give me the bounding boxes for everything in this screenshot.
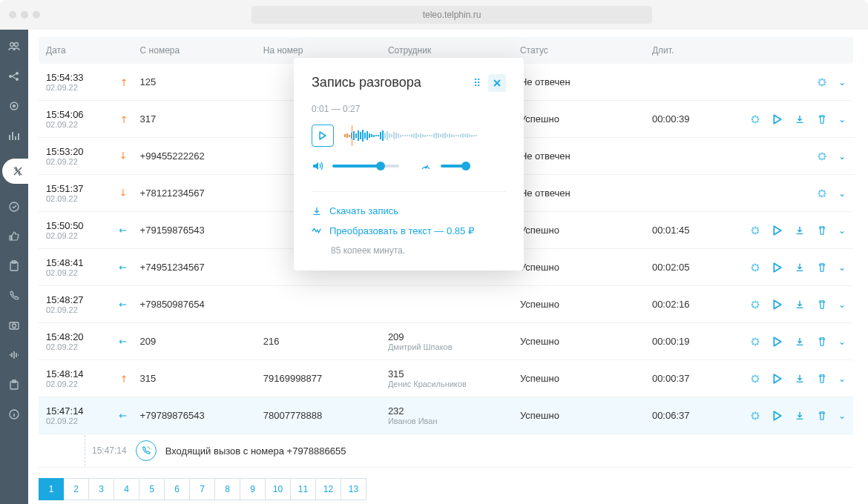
outgoing-icon: ↗ — [116, 371, 130, 385]
close-button[interactable] — [488, 74, 506, 92]
play-icon[interactable] — [772, 336, 783, 348]
svg-point-48 — [752, 230, 753, 231]
chevron-down-icon[interactable]: ⌄ — [838, 299, 846, 310]
main-content: Дата С номера На номер Сотрудник Статус … — [28, 30, 868, 504]
more-icon[interactable] — [816, 76, 828, 88]
download-icon[interactable] — [794, 410, 806, 422]
table-row[interactable]: 15:48:1402.09.22 ↗ 315 79169998877 315Де… — [39, 360, 853, 397]
play-icon[interactable] — [772, 113, 783, 125]
drag-handle-icon[interactable]: ⠿ — [473, 77, 481, 89]
svg-point-66 — [752, 302, 754, 303]
delete-icon[interactable] — [816, 299, 828, 311]
table-row[interactable]: 15:48:2002.09.22 ↙ 209 216 209Дмитрий Шп… — [39, 323, 853, 360]
popup-title: Запись разговора — [312, 74, 421, 91]
more-icon[interactable] — [749, 299, 761, 311]
sidebar-item-info[interactable] — [7, 408, 21, 421]
window-dot — [33, 11, 40, 19]
page-4[interactable]: 4 — [114, 478, 139, 500]
svg-point-47 — [754, 233, 756, 234]
svg-point-3 — [16, 72, 19, 75]
sidebar-item-calls[interactable] — [2, 159, 30, 184]
chevron-down-icon[interactable]: ⌄ — [838, 336, 846, 347]
sidebar-item-camera[interactable] — [7, 319, 21, 332]
play-icon[interactable] — [772, 299, 783, 311]
page-7[interactable]: 7 — [190, 478, 215, 500]
page-11[interactable]: 11 — [291, 478, 316, 500]
more-icon[interactable] — [749, 225, 761, 236]
download-icon[interactable] — [794, 299, 806, 311]
chevron-down-icon[interactable]: ⌄ — [838, 374, 846, 384]
play-icon[interactable] — [772, 262, 783, 273]
sidebar-item-network[interactable] — [7, 70, 21, 83]
more-icon[interactable] — [749, 410, 761, 422]
sidebar-item-settings[interactable] — [7, 99, 21, 113]
download-recording-link[interactable]: Скачать запись — [312, 205, 506, 216]
page-10[interactable]: 10 — [266, 478, 291, 500]
svg-point-62 — [754, 301, 756, 302]
transcribe-link[interactable]: Преобразовать в текст — 0.85 ₽ — [312, 225, 506, 236]
chevron-down-icon[interactable]: ⌄ — [838, 225, 846, 236]
speed-icon[interactable] — [420, 160, 432, 172]
play-button[interactable] — [312, 125, 334, 147]
svg-point-89 — [757, 415, 759, 417]
page-2[interactable]: 2 — [64, 478, 89, 500]
volume-slider[interactable] — [332, 165, 399, 168]
play-icon[interactable] — [772, 225, 783, 236]
sidebar-item-archive[interactable] — [7, 378, 21, 391]
sidebar-item-missed[interactable] — [7, 289, 21, 302]
page-1[interactable]: 1 — [39, 478, 64, 500]
sidebar-item-clipboard[interactable] — [7, 259, 21, 273]
svg-point-40 — [818, 193, 820, 194]
more-icon[interactable] — [749, 113, 761, 125]
chevron-down-icon[interactable]: ⌄ — [838, 188, 846, 199]
sidebar-item-audio[interactable] — [7, 348, 21, 362]
waveform[interactable] — [344, 125, 506, 146]
volume-icon[interactable] — [312, 160, 323, 172]
delete-icon[interactable] — [816, 410, 828, 422]
play-icon[interactable] — [772, 373, 783, 385]
svg-point-88 — [752, 415, 753, 417]
page-6[interactable]: 6 — [165, 478, 190, 500]
delete-icon[interactable] — [816, 262, 828, 273]
svg-point-29 — [757, 121, 758, 122]
more-icon[interactable] — [816, 188, 828, 199]
table-row[interactable]: 15:48:2702.09.22 ↙ +79850987654 Успешно … — [39, 286, 853, 323]
page-3[interactable]: 3 — [89, 478, 114, 500]
play-icon[interactable] — [772, 410, 783, 422]
chevron-down-icon[interactable]: ⌄ — [838, 77, 846, 87]
page-9[interactable]: 9 — [240, 478, 266, 500]
svg-point-26 — [752, 116, 754, 118]
page-8[interactable]: 8 — [215, 478, 240, 500]
speed-slider[interactable] — [441, 165, 470, 168]
playhead[interactable] — [352, 125, 352, 146]
svg-point-0 — [10, 43, 14, 47]
more-icon[interactable] — [816, 150, 828, 162]
chevron-down-icon[interactable]: ⌄ — [838, 151, 846, 162]
detail-time: 15:47:14 — [92, 445, 127, 456]
sidebar-item-like[interactable] — [7, 230, 21, 243]
delete-icon[interactable] — [816, 373, 828, 385]
svg-point-78 — [754, 375, 756, 377]
page-5[interactable]: 5 — [139, 478, 165, 500]
sidebar-item-stats[interactable] — [7, 129, 21, 142]
download-icon[interactable] — [794, 113, 806, 125]
download-icon[interactable] — [794, 373, 806, 385]
page-13[interactable]: 13 — [341, 478, 366, 500]
incoming-call-icon — [136, 440, 157, 461]
table-row[interactable]: 15:47:1402.09.22 ↙ +79789876543 78007778… — [39, 397, 853, 434]
delete-icon[interactable] — [816, 225, 828, 236]
download-icon[interactable] — [794, 225, 806, 236]
sidebar-item-target[interactable] — [7, 200, 21, 213]
sidebar-item-contacts[interactable] — [7, 40, 21, 53]
chevron-down-icon[interactable]: ⌄ — [838, 262, 846, 273]
download-icon[interactable] — [794, 336, 806, 348]
more-icon[interactable] — [749, 373, 761, 385]
chevron-down-icon[interactable]: ⌄ — [838, 411, 846, 421]
delete-icon[interactable] — [816, 113, 828, 125]
more-icon[interactable] — [749, 262, 761, 273]
more-icon[interactable] — [749, 336, 761, 348]
page-12[interactable]: 12 — [316, 478, 341, 500]
chevron-down-icon[interactable]: ⌄ — [838, 114, 846, 125]
download-icon[interactable] — [794, 262, 806, 273]
delete-icon[interactable] — [816, 336, 828, 348]
